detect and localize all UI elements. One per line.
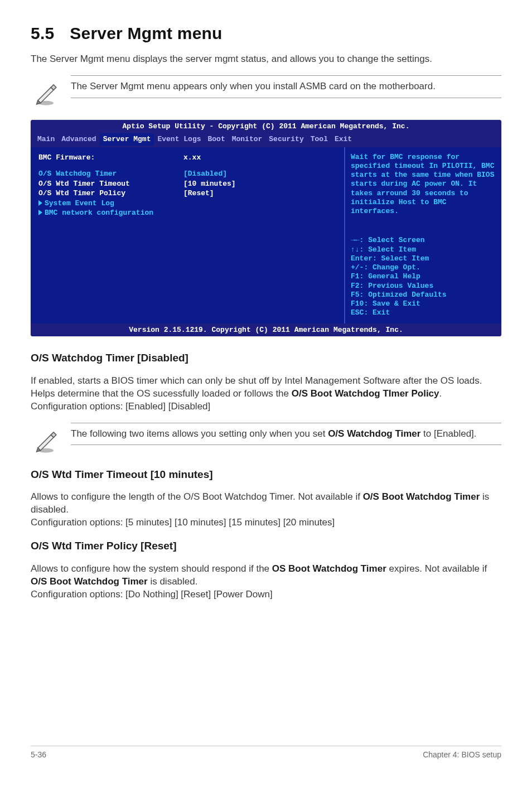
bold-text: O/S Boot Watchdog Timer xyxy=(31,576,148,587)
tab-exit[interactable]: Exit xyxy=(331,133,355,146)
config-options: Configuration options: [Enabled] [Disabl… xyxy=(31,401,210,412)
tab-advanced[interactable]: Advanced xyxy=(58,133,99,146)
tab-boot[interactable]: Boot xyxy=(204,133,228,146)
note-text: The following two items allows you setti… xyxy=(71,428,501,441)
bios-key-hint: +/-: Change Opt. xyxy=(351,263,495,272)
bios-submenu-label: System Event Log xyxy=(45,199,114,207)
bios-footer: Version 2.15.1219. Copyright (C) 2011 Am… xyxy=(31,323,501,337)
bios-key-hint: F10: Save & Exit xyxy=(351,299,495,308)
bios-key-hint: F5: Optimized Defaults xyxy=(351,291,495,299)
note-block: The Server Mgmt menu appears only when y… xyxy=(31,75,501,108)
bios-key-hint: ESC: Exit xyxy=(351,308,495,317)
bios-help-pane: Wait for BMC response for specified time… xyxy=(345,147,501,323)
bios-row-firmware: BMC Firmware: x.xx xyxy=(38,153,336,163)
bios-menu-bar: Main Advanced Server Mgmt Event Logs Boo… xyxy=(31,133,501,147)
bios-key-hint: F2: Previous Values xyxy=(351,282,495,291)
chapter-label: Chapter 4: BIOS setup xyxy=(423,750,501,760)
note-block: The following two items allows you setti… xyxy=(31,423,501,455)
bios-key-hint: →←: Select Screen xyxy=(351,236,495,245)
note-text: The Server Mgmt menu appears only when y… xyxy=(71,80,501,93)
pencil-icon xyxy=(31,423,61,455)
subheading-policy: O/S Wtd Timer Policy [Reset] xyxy=(31,539,501,553)
config-options: Configuration options: [5 minutes] [10 m… xyxy=(31,517,335,528)
bios-label: BMC Firmware: xyxy=(38,153,183,163)
bios-row-policy[interactable]: O/S Wtd Timer Policy [Reset] xyxy=(38,189,336,199)
text: Allows to configure how the system shoul… xyxy=(31,563,272,574)
paragraph: Allows to configure the length of the O/… xyxy=(31,491,501,529)
bios-screen: Aptio Setup Utility - Copyright (C) 2011… xyxy=(31,120,501,336)
pencil-icon xyxy=(31,75,61,108)
tab-security[interactable]: Security xyxy=(265,133,307,146)
subheading-timeout: O/S Wtd Timer Timeout [10 minutes] xyxy=(31,467,501,482)
bios-value: [10 minutes] xyxy=(183,179,236,189)
text: to [Enabled]. xyxy=(420,428,476,439)
text: The following two items allows you setti… xyxy=(71,428,328,439)
page-number: 5-36 xyxy=(31,750,46,760)
tab-event-logs[interactable]: Event Logs xyxy=(154,133,204,146)
text: expires. Not available if xyxy=(386,563,487,574)
bios-value: x.xx xyxy=(183,153,201,163)
bios-value: [Reset] xyxy=(183,189,214,199)
text: is disabled. xyxy=(148,576,198,587)
bios-row-system-event-log[interactable]: System Event Log xyxy=(38,199,336,209)
intro-paragraph: The Server Mgmt menu displays the server… xyxy=(31,53,501,66)
text: . xyxy=(439,388,442,399)
tab-tool[interactable]: Tool xyxy=(307,133,331,146)
paragraph: If enabled, starts a BIOS timer which ca… xyxy=(31,375,501,413)
bios-label: O/S Wtd Timer Policy xyxy=(38,189,183,199)
bios-row-wdt[interactable]: O/S Watchdog Timer [Disabled] xyxy=(38,169,336,179)
bios-help-text: Wait for BMC response for specified time… xyxy=(351,153,495,216)
bios-key-hint: F1: General Help xyxy=(351,272,495,281)
bios-key-hint: Enter: Select Item xyxy=(351,254,495,263)
tab-main[interactable]: Main xyxy=(34,133,58,146)
bios-label: O/S Wtd Timer Timeout xyxy=(38,179,183,189)
bold-text: O/S Boot Watchdog TImer Policy xyxy=(292,388,439,399)
text: Allows to configure the length of the O/… xyxy=(31,491,363,502)
triangle-right-icon xyxy=(38,200,42,206)
paragraph: Allows to configure how the system shoul… xyxy=(31,563,501,601)
bios-submenu-label: BMC network configuration xyxy=(45,209,153,217)
bold-text: OS Boot Watchdog Timer xyxy=(272,563,386,574)
page-footer: 5-36 Chapter 4: BIOS setup xyxy=(31,746,501,760)
section-title-text: Server Mgmt menu xyxy=(70,24,222,42)
bios-key-hint: ↑↓: Select Item xyxy=(351,245,495,254)
bios-left-pane: BMC Firmware: x.xx O/S Watchdog Timer [D… xyxy=(31,147,345,323)
section-number: 5.5 xyxy=(31,24,54,42)
bios-row-bmc-network[interactable]: BMC network configuration xyxy=(38,208,336,218)
bios-value: [Disabled] xyxy=(183,169,227,179)
bios-label: O/S Watchdog Timer xyxy=(38,169,183,179)
bios-title-bar: Aptio Setup Utility - Copyright (C) 2011… xyxy=(31,120,501,133)
bold-text: O/S Boot Watchdog Timer xyxy=(363,491,480,502)
subheading-wdt: O/S Watchdog Timer [Disabled] xyxy=(31,351,501,365)
section-heading: 5.5Server Mgmt menu xyxy=(31,22,501,45)
tab-server-mgmt[interactable]: Server Mgmt xyxy=(100,133,154,146)
tab-monitor[interactable]: Monitor xyxy=(229,133,266,146)
bios-row-timeout[interactable]: O/S Wtd Timer Timeout [10 minutes] xyxy=(38,179,336,189)
bold-text: O/S Watchdog Timer xyxy=(328,428,420,439)
triangle-right-icon xyxy=(38,210,42,215)
config-options: Configuration options: [Do Nothing] [Res… xyxy=(31,589,273,600)
